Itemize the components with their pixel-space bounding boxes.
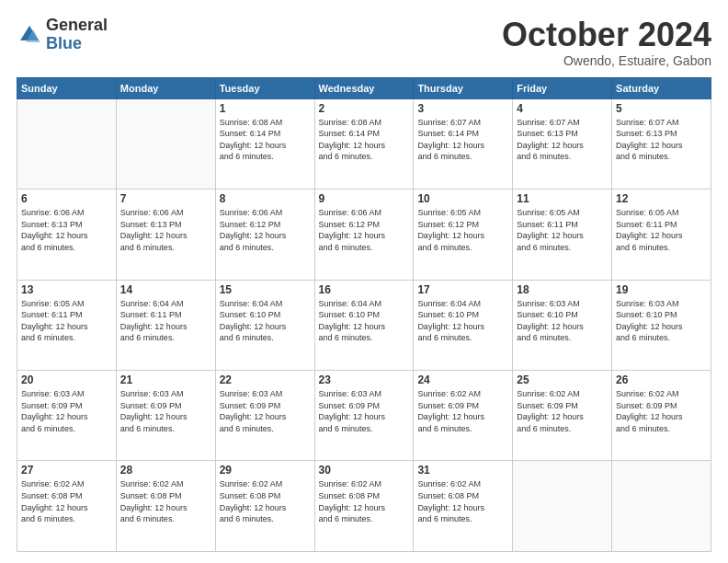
table-row: 7Sunrise: 6:06 AM Sunset: 6:13 PM Daylig… — [116, 190, 215, 280]
logo-blue-text: Blue — [46, 34, 82, 52]
day-info: Sunrise: 6:02 AM Sunset: 6:08 PM Dayligh… — [21, 478, 112, 524]
day-info: Sunrise: 6:03 AM Sunset: 6:10 PM Dayligh… — [517, 298, 608, 344]
day-info: Sunrise: 6:06 AM Sunset: 6:13 PM Dayligh… — [21, 207, 112, 253]
table-row — [17, 98, 117, 189]
col-wednesday: Wednesday — [314, 77, 414, 98]
day-info: Sunrise: 6:05 AM Sunset: 6:11 PM Dayligh… — [21, 298, 112, 344]
day-number: 28 — [120, 464, 211, 477]
day-number: 17 — [417, 283, 508, 296]
day-number: 4 — [517, 102, 608, 115]
day-number: 27 — [21, 464, 112, 477]
day-number: 13 — [21, 283, 112, 296]
day-number: 21 — [120, 373, 211, 386]
col-friday: Friday — [513, 77, 612, 98]
day-info: Sunrise: 6:05 AM Sunset: 6:12 PM Dayligh… — [417, 207, 508, 253]
table-row: 17Sunrise: 6:04 AM Sunset: 6:10 PM Dayli… — [414, 280, 513, 370]
day-info: Sunrise: 6:06 AM Sunset: 6:13 PM Dayligh… — [120, 207, 211, 253]
day-info: Sunrise: 6:02 AM Sunset: 6:09 PM Dayligh… — [417, 388, 508, 434]
day-number: 29 — [220, 464, 311, 477]
table-row: 15Sunrise: 6:04 AM Sunset: 6:10 PM Dayli… — [215, 280, 314, 370]
day-info: Sunrise: 6:02 AM Sunset: 6:08 PM Dayligh… — [417, 478, 508, 524]
table-row: 13Sunrise: 6:05 AM Sunset: 6:11 PM Dayli… — [17, 280, 117, 370]
day-info: Sunrise: 6:05 AM Sunset: 6:11 PM Dayligh… — [616, 207, 707, 253]
calendar-week-row: 27Sunrise: 6:02 AM Sunset: 6:08 PM Dayli… — [17, 461, 711, 552]
calendar-header-row: Sunday Monday Tuesday Wednesday Thursday… — [17, 77, 711, 98]
logo-icon — [17, 22, 42, 48]
col-saturday: Saturday — [612, 77, 711, 98]
calendar-week-row: 1Sunrise: 6:08 AM Sunset: 6:14 PM Daylig… — [17, 98, 711, 189]
day-info: Sunrise: 6:03 AM Sunset: 6:09 PM Dayligh… — [220, 388, 311, 434]
day-info: Sunrise: 6:02 AM Sunset: 6:08 PM Dayligh… — [120, 478, 211, 524]
table-row: 29Sunrise: 6:02 AM Sunset: 6:08 PM Dayli… — [215, 461, 314, 552]
calendar-week-row: 6Sunrise: 6:06 AM Sunset: 6:13 PM Daylig… — [17, 190, 711, 280]
logo: General Blue — [17, 17, 108, 53]
table-row: 24Sunrise: 6:02 AM Sunset: 6:09 PM Dayli… — [414, 371, 513, 461]
day-number: 25 — [517, 373, 608, 386]
table-row: 25Sunrise: 6:02 AM Sunset: 6:09 PM Dayli… — [513, 371, 612, 461]
day-info: Sunrise: 6:03 AM Sunset: 6:10 PM Dayligh… — [616, 298, 707, 344]
day-info: Sunrise: 6:05 AM Sunset: 6:11 PM Dayligh… — [517, 207, 608, 253]
day-info: Sunrise: 6:06 AM Sunset: 6:12 PM Dayligh… — [220, 207, 311, 253]
day-number: 1 — [220, 102, 311, 115]
calendar-week-row: 20Sunrise: 6:03 AM Sunset: 6:09 PM Dayli… — [17, 371, 711, 461]
table-row: 12Sunrise: 6:05 AM Sunset: 6:11 PM Dayli… — [612, 190, 711, 280]
col-monday: Monday — [116, 77, 215, 98]
day-number: 2 — [319, 102, 410, 115]
day-number: 26 — [616, 373, 707, 386]
table-row: 21Sunrise: 6:03 AM Sunset: 6:09 PM Dayli… — [116, 371, 215, 461]
day-number: 14 — [120, 283, 211, 296]
table-row: 4Sunrise: 6:07 AM Sunset: 6:13 PM Daylig… — [513, 98, 612, 189]
table-row: 23Sunrise: 6:03 AM Sunset: 6:09 PM Dayli… — [314, 371, 414, 461]
day-info: Sunrise: 6:07 AM Sunset: 6:14 PM Dayligh… — [417, 117, 508, 163]
day-number: 30 — [319, 464, 410, 477]
table-row: 22Sunrise: 6:03 AM Sunset: 6:09 PM Dayli… — [215, 371, 314, 461]
table-row: 28Sunrise: 6:02 AM Sunset: 6:08 PM Dayli… — [116, 461, 215, 552]
table-row: 5Sunrise: 6:07 AM Sunset: 6:13 PM Daylig… — [612, 98, 711, 189]
day-info: Sunrise: 6:02 AM Sunset: 6:08 PM Dayligh… — [220, 478, 311, 524]
day-info: Sunrise: 6:03 AM Sunset: 6:09 PM Dayligh… — [21, 388, 112, 434]
location-text: Owendo, Estuaire, Gabon — [502, 53, 711, 68]
table-row: 1Sunrise: 6:08 AM Sunset: 6:14 PM Daylig… — [215, 98, 314, 189]
day-number: 18 — [517, 283, 608, 296]
day-number: 15 — [220, 283, 311, 296]
table-row: 10Sunrise: 6:05 AM Sunset: 6:12 PM Dayli… — [414, 190, 513, 280]
day-info: Sunrise: 6:02 AM Sunset: 6:08 PM Dayligh… — [319, 478, 410, 524]
table-row: 16Sunrise: 6:04 AM Sunset: 6:10 PM Dayli… — [314, 280, 414, 370]
table-row: 27Sunrise: 6:02 AM Sunset: 6:08 PM Dayli… — [17, 461, 117, 552]
day-info: Sunrise: 6:04 AM Sunset: 6:10 PM Dayligh… — [417, 298, 508, 344]
day-number: 10 — [417, 192, 508, 205]
day-info: Sunrise: 6:07 AM Sunset: 6:13 PM Dayligh… — [517, 117, 608, 163]
day-number: 12 — [616, 192, 707, 205]
table-row: 19Sunrise: 6:03 AM Sunset: 6:10 PM Dayli… — [612, 280, 711, 370]
calendar-table: Sunday Monday Tuesday Wednesday Thursday… — [17, 77, 711, 552]
table-row: 6Sunrise: 6:06 AM Sunset: 6:13 PM Daylig… — [17, 190, 117, 280]
day-info: Sunrise: 6:06 AM Sunset: 6:12 PM Dayligh… — [319, 207, 410, 253]
col-thursday: Thursday — [414, 77, 513, 98]
day-info: Sunrise: 6:04 AM Sunset: 6:11 PM Dayligh… — [120, 298, 211, 344]
col-tuesday: Tuesday — [215, 77, 314, 98]
day-info: Sunrise: 6:03 AM Sunset: 6:09 PM Dayligh… — [120, 388, 211, 434]
logo-general-text: General — [46, 16, 108, 34]
table-row: 14Sunrise: 6:04 AM Sunset: 6:11 PM Dayli… — [116, 280, 215, 370]
table-row: 31Sunrise: 6:02 AM Sunset: 6:08 PM Dayli… — [414, 461, 513, 552]
day-info: Sunrise: 6:02 AM Sunset: 6:09 PM Dayligh… — [517, 388, 608, 434]
header: General Blue October 2024 Owendo, Estuai… — [17, 17, 711, 68]
day-number: 6 — [21, 192, 112, 205]
day-info: Sunrise: 6:04 AM Sunset: 6:10 PM Dayligh… — [220, 298, 311, 344]
table-row: 18Sunrise: 6:03 AM Sunset: 6:10 PM Dayli… — [513, 280, 612, 370]
day-number: 23 — [319, 373, 410, 386]
table-row: 20Sunrise: 6:03 AM Sunset: 6:09 PM Dayli… — [17, 371, 117, 461]
day-info: Sunrise: 6:04 AM Sunset: 6:10 PM Dayligh… — [319, 298, 410, 344]
table-row: 3Sunrise: 6:07 AM Sunset: 6:14 PM Daylig… — [414, 98, 513, 189]
day-number: 22 — [220, 373, 311, 386]
day-info: Sunrise: 6:03 AM Sunset: 6:09 PM Dayligh… — [319, 388, 410, 434]
calendar-week-row: 13Sunrise: 6:05 AM Sunset: 6:11 PM Dayli… — [17, 280, 711, 370]
day-info: Sunrise: 6:08 AM Sunset: 6:14 PM Dayligh… — [220, 117, 311, 163]
table-row: 2Sunrise: 6:08 AM Sunset: 6:14 PM Daylig… — [314, 98, 414, 189]
day-number: 3 — [417, 102, 508, 115]
table-row: 9Sunrise: 6:06 AM Sunset: 6:12 PM Daylig… — [314, 190, 414, 280]
col-sunday: Sunday — [17, 77, 117, 98]
day-info: Sunrise: 6:08 AM Sunset: 6:14 PM Dayligh… — [319, 117, 410, 163]
day-number: 11 — [517, 192, 608, 205]
table-row: 26Sunrise: 6:02 AM Sunset: 6:09 PM Dayli… — [612, 371, 711, 461]
